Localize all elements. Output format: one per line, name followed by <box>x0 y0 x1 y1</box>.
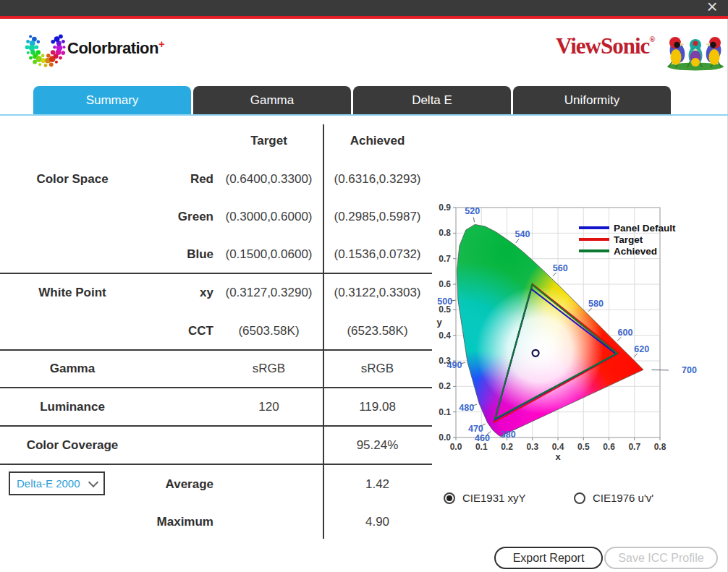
svg-text:560: 560 <box>553 263 568 273</box>
table-header-row: Target Achieved <box>0 132 432 150</box>
svg-text:0.0: 0.0 <box>450 442 462 452</box>
column-header-target: Target <box>219 132 318 150</box>
row-label: White Point <box>6 283 139 302</box>
svg-text:380: 380 <box>501 430 516 440</box>
table-row: Gamma sRGB sRGB <box>0 359 432 378</box>
column-header-achieved: Achieved <box>328 132 427 150</box>
svg-text:0.1: 0.1 <box>475 442 488 452</box>
svg-text:0.3: 0.3 <box>526 442 538 452</box>
svg-text:0.4: 0.4 <box>439 330 451 341</box>
red-accent-stripe <box>0 16 728 19</box>
plus-mark: + <box>158 38 164 50</box>
registered-mark: ® <box>649 35 655 43</box>
tab-underline <box>0 114 728 116</box>
radio-cie1976-uv[interactable]: CIE1976 u'v' <box>574 492 653 504</box>
svg-text:470: 470 <box>468 424 483 434</box>
svg-text:620: 620 <box>634 344 649 354</box>
app-logo-text: Colorbration+ <box>67 38 164 58</box>
radio-label: CIE1931 xyY <box>462 492 526 504</box>
target-value: (0.1500,0.0600) <box>219 245 318 264</box>
title-bar: × <box>0 0 728 16</box>
row-sublabel: Blue <box>143 245 213 264</box>
table-rule <box>0 349 432 351</box>
row-sublabel: Red <box>143 170 213 189</box>
svg-text:0.8: 0.8 <box>439 228 451 238</box>
svg-text:600: 600 <box>618 328 633 338</box>
table-rule <box>0 464 432 465</box>
achieved-value: 1.42 <box>328 475 427 494</box>
table-row: Color Space Red (0.6400,0.3300) (0.6316,… <box>0 170 432 189</box>
svg-text:480: 480 <box>459 403 474 413</box>
svg-text:580: 580 <box>588 299 604 309</box>
table-row: CCT (6503.58K) (6523.58K) <box>0 322 432 341</box>
achieved-value: (0.2985,0.5987) <box>328 208 427 226</box>
tab-uniformity[interactable]: Uniformity <box>513 86 671 114</box>
tab-gamma[interactable]: Gamma <box>193 86 351 114</box>
cie-chromaticity-chart: 3804604704804905005205405605806006207000… <box>431 197 728 479</box>
tab-bar: Summary Gamma Delta E Uniformity <box>33 86 671 114</box>
target-value: 120 <box>219 398 318 417</box>
achieved-value: 119.08 <box>328 398 427 417</box>
radio-cie1931-xyy[interactable]: CIE1931 xyY <box>444 492 526 504</box>
radio-label: CIE1976 u'v' <box>593 492 653 504</box>
target-value: (0.3127,0.3290) <box>219 283 318 302</box>
svg-text:0.6: 0.6 <box>439 279 451 289</box>
target-value: sRGB <box>219 359 318 378</box>
svg-text:0.5: 0.5 <box>439 304 451 315</box>
row-label: Color Coverage <box>6 436 139 455</box>
row-label: Color Space <box>6 170 139 189</box>
row-label <box>6 208 139 226</box>
table-rule <box>0 425 432 427</box>
svg-text:0.7: 0.7 <box>628 442 640 452</box>
achieved-value: (6523.58K) <box>328 322 427 341</box>
achieved-value: sRGB <box>328 359 427 378</box>
delta-e-mode-value: Delta-E 2000 <box>17 477 80 490</box>
row-sublabel <box>143 359 213 378</box>
row-label <box>6 322 139 341</box>
row-sublabel: CCT <box>143 322 213 341</box>
svg-text:Panel Default: Panel Default <box>614 223 676 234</box>
svg-text:0.5: 0.5 <box>577 442 590 452</box>
svg-text:0.3: 0.3 <box>439 356 451 366</box>
viewsonic-logo-text: ViewSonic® <box>556 33 656 59</box>
target-value: (0.3000,0.6000) <box>219 208 318 226</box>
row-sublabel: Green <box>143 208 213 226</box>
svg-text:0.2: 0.2 <box>439 381 451 391</box>
svg-text:0.7: 0.7 <box>439 254 451 264</box>
achieved-value: 95.24% <box>328 436 427 455</box>
svg-text:x: x <box>555 451 561 462</box>
target-value: (6503.58K) <box>219 322 318 341</box>
svg-text:y: y <box>436 317 442 328</box>
target-value <box>219 436 318 455</box>
row-sublabel <box>143 436 213 455</box>
row-sublabel <box>143 398 213 417</box>
target-value: (0.6400,0.3300) <box>219 170 318 189</box>
achieved-value: (0.1536,0.0732) <box>328 245 427 264</box>
table-row: Luminance 120 119.08 <box>0 398 432 417</box>
row-sublabel: xy <box>143 283 213 302</box>
table-row: White Point xy (0.3127,0.3290) (0.3122,0… <box>0 283 432 302</box>
table-row: Color Coverage 95.24% <box>0 436 432 455</box>
svg-text:540: 540 <box>515 229 530 239</box>
svg-text:Target: Target <box>614 234 643 245</box>
svg-text:0.6: 0.6 <box>603 442 615 452</box>
table-row: Blue (0.1500,0.0600) (0.1536,0.0732) <box>0 245 432 264</box>
tab-summary[interactable]: Summary <box>33 86 191 114</box>
close-icon[interactable]: × <box>702 0 722 17</box>
svg-text:0.0: 0.0 <box>439 432 451 443</box>
save-icc-profile-button[interactable]: Save ICC Profile <box>604 547 718 569</box>
svg-text:0.4: 0.4 <box>552 442 564 452</box>
svg-text:520: 520 <box>465 206 480 216</box>
svg-text:0.8: 0.8 <box>654 442 666 452</box>
row-label: Gamma <box>6 359 139 378</box>
export-report-button[interactable]: Export Report <box>494 547 603 569</box>
delta-e-mode-select[interactable]: Delta-E 2000 <box>9 471 105 495</box>
svg-text:0.1: 0.1 <box>439 407 451 417</box>
radio-unselected-icon <box>574 492 585 504</box>
table-rule <box>0 273 432 274</box>
tab-delta-e[interactable]: Delta E <box>353 86 511 114</box>
table-rule <box>0 387 432 388</box>
viewsonic-birds-logo <box>666 26 725 71</box>
row-sublabel: Maximum <box>143 513 213 532</box>
row-sublabel: Average <box>143 475 213 494</box>
